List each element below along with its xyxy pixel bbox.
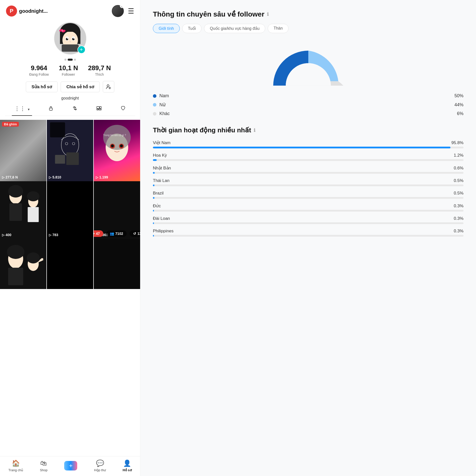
avatar-small[interactable]: 99 bbox=[112, 5, 124, 17]
interaction-bar: ♥ 47 👥 7102 ↺ 13 bbox=[94, 230, 140, 237]
country-name-4: Brazil bbox=[153, 191, 164, 196]
nav-shop-label: Shop bbox=[40, 468, 47, 472]
anime-face-svg: Trong tim em có gì ? bbox=[94, 120, 140, 181]
activity-section-title: Thời gian hoạt động nhiều nhất ℹ bbox=[153, 126, 463, 134]
add-friend-button[interactable] bbox=[103, 81, 114, 92]
country-pct-6: 0.3% bbox=[454, 216, 463, 221]
shares-bar: ↺ 13 bbox=[130, 230, 140, 237]
username-display: goodnight... bbox=[19, 8, 48, 14]
view-count-1: 277,6 N bbox=[2, 175, 18, 179]
country-item-0: Việt Nam 95.8% bbox=[153, 140, 463, 148]
bar-fill-0 bbox=[153, 147, 450, 148]
bar-fill-4 bbox=[153, 197, 154, 199]
male-label: Nam bbox=[159, 93, 169, 99]
svg-point-42 bbox=[27, 191, 40, 201]
nav-profile[interactable]: 👤 Hồ sơ bbox=[123, 459, 132, 472]
video-thumb-5[interactable]: 783 bbox=[47, 181, 93, 239]
svg-point-49 bbox=[27, 252, 40, 263]
menu-icon[interactable]: ☰ bbox=[128, 7, 134, 15]
add-follow-button[interactable]: + bbox=[77, 46, 85, 54]
country-header-6: Đài Loan 0.3% bbox=[153, 216, 463, 221]
share-profile-button[interactable]: Chia sẻ hồ sơ bbox=[61, 81, 100, 92]
tab-gallery[interactable] bbox=[94, 105, 104, 114]
pinned-badge-1: Đã ghim bbox=[2, 122, 19, 127]
inbox-icon: 💬 bbox=[96, 459, 104, 467]
viewers-icon: 👥 bbox=[110, 232, 114, 236]
dot-2 bbox=[68, 59, 73, 61]
nav-home[interactable]: 🏠 Trang chủ bbox=[8, 459, 23, 472]
following-value: 9.964 bbox=[31, 64, 47, 72]
followers-value: 10,1 N bbox=[59, 64, 78, 72]
video-thumb-8[interactable] bbox=[47, 239, 93, 289]
bar-fill-3 bbox=[153, 184, 154, 186]
add-friend-icon bbox=[106, 84, 111, 89]
view-count-3: 1.199 bbox=[96, 175, 108, 179]
country-header-5: Đức 0.3% bbox=[153, 203, 463, 209]
svg-rect-20 bbox=[97, 109, 98, 110]
like-bar: ♥ 47 bbox=[94, 230, 103, 237]
bar-track-0 bbox=[153, 147, 463, 148]
legend-male-left: Nam bbox=[153, 93, 169, 99]
video-thumb-6[interactable]: 5.365 ♥ 47 👥 7102 ↺ 13 bbox=[94, 181, 140, 239]
tab-lock[interactable] bbox=[46, 105, 56, 114]
bar-fill-6 bbox=[153, 222, 154, 224]
female-dot bbox=[153, 103, 156, 107]
lock-icon bbox=[48, 106, 54, 111]
svg-point-13 bbox=[61, 30, 63, 32]
nav-inbox[interactable]: 💬 Hộp thư bbox=[94, 459, 106, 472]
country-pct-2: 0.6% bbox=[454, 166, 463, 171]
video-thumb-4[interactable]: 400 bbox=[0, 181, 46, 239]
tab-liked[interactable] bbox=[118, 105, 128, 114]
nav-inbox-label: Hộp thư bbox=[94, 468, 106, 472]
tab-than[interactable]: Thàn bbox=[268, 24, 288, 33]
svg-rect-10 bbox=[62, 44, 79, 52]
nav-home-label: Trang chủ bbox=[8, 468, 23, 472]
video-thumb-3[interactable]: Trong tim em có gì ? 1.199 bbox=[94, 120, 140, 181]
country-header-1: Hoa Kỳ 1.2% bbox=[153, 153, 463, 158]
nav-shop[interactable]: 🛍 Shop bbox=[40, 459, 47, 472]
country-item-3: Thái Lan 0.5% bbox=[153, 178, 463, 186]
legend-female-left: Nữ bbox=[153, 102, 165, 108]
followers-label: Follower bbox=[62, 72, 75, 76]
video-row-3 bbox=[0, 239, 140, 289]
tab-tuoi[interactable]: Tuổi bbox=[182, 24, 202, 33]
gender-pie-svg bbox=[268, 41, 348, 86]
country-pct-3: 0.5% bbox=[454, 178, 463, 183]
dot-3 bbox=[74, 59, 76, 61]
country-header-3: Thái Lan 0.5% bbox=[153, 178, 463, 183]
top-bar-right: 99 ☰ bbox=[112, 5, 134, 17]
tab-quoc-gia[interactable]: Quốc gia/khu vực hàng đầu bbox=[204, 24, 265, 33]
plus-icon: + bbox=[69, 462, 72, 469]
follower-info-icon[interactable]: ℹ bbox=[267, 12, 269, 17]
video-row-2: 400 783 5.365 ♥ 47 👥 7102 bbox=[0, 181, 140, 239]
tab-repost[interactable] bbox=[70, 105, 80, 114]
edit-profile-button[interactable]: Sửa hồ sơ bbox=[26, 81, 58, 92]
svg-rect-21 bbox=[99, 109, 101, 110]
activity-info-icon[interactable]: ℹ bbox=[254, 128, 255, 133]
right-content: Thông tin chuyên sâu về follower ℹ Giới … bbox=[140, 0, 476, 247]
video-row-1: Đã ghim 277,6 N 5.810 bbox=[0, 120, 140, 181]
share-icon: ↺ bbox=[133, 232, 136, 236]
tab-videos[interactable]: ⋮⋮ ▾ bbox=[12, 105, 32, 114]
svg-point-39 bbox=[8, 185, 23, 198]
char-svg-7 bbox=[0, 239, 46, 289]
country-item-2: Nhật Bản 0.6% bbox=[153, 165, 463, 174]
country-name-5: Đức bbox=[153, 203, 161, 209]
nav-create-button[interactable]: + bbox=[64, 461, 77, 470]
video-thumb-7[interactable] bbox=[0, 239, 46, 289]
stat-followers: 10,1 N Follower bbox=[59, 64, 78, 76]
p-badge[interactable]: P bbox=[6, 6, 17, 17]
svg-point-31 bbox=[103, 125, 131, 150]
filter-tabs: Giới tính Tuổi Quốc gia/khu vực hàng đầu… bbox=[153, 24, 463, 33]
svg-point-8 bbox=[67, 38, 68, 39]
follower-title-text: Thông tin chuyên sâu về follower bbox=[153, 10, 264, 18]
video-thumb-9[interactable] bbox=[94, 239, 140, 289]
tab-gioi-tinh[interactable]: Giới tính bbox=[153, 24, 180, 33]
other-label: Khác bbox=[159, 111, 170, 116]
video-thumb-2[interactable]: 5.810 bbox=[47, 120, 93, 181]
country-name-0: Việt Nam bbox=[153, 140, 170, 145]
video-thumb-1[interactable]: Đã ghim 277,6 N bbox=[0, 120, 46, 181]
country-pct-0: 95.8% bbox=[451, 140, 463, 145]
shares-count: 13 bbox=[137, 232, 140, 236]
profile-buttons-row: Sửa hồ sơ Chia sẻ hồ sơ bbox=[26, 81, 114, 92]
